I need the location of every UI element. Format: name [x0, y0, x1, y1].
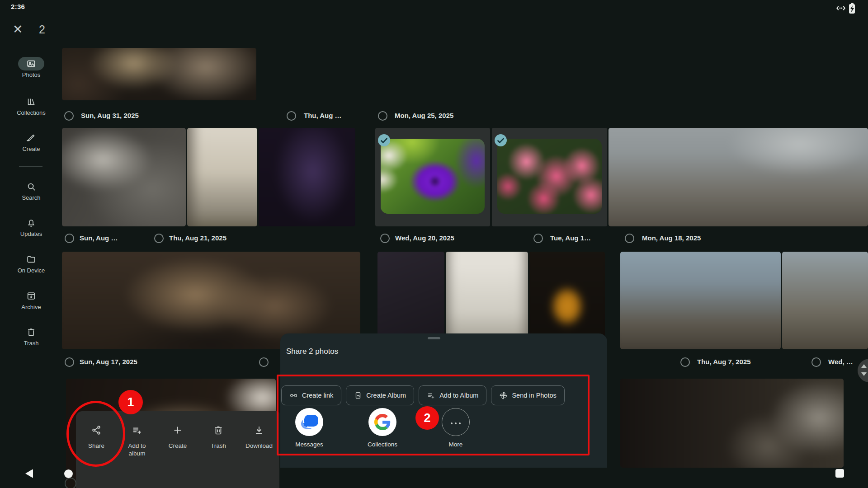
annotation-circle: [66, 401, 125, 467]
sidebar-item-label: Create: [0, 145, 62, 152]
sidebar-item-trash[interactable]: Trash: [0, 325, 62, 347]
photo-tile[interactable]: [62, 128, 186, 226]
sidebar-item-label: Archive: [0, 304, 62, 310]
photos-icon: [18, 57, 44, 70]
date-header: Sun, Aug 31, 2025: [81, 112, 139, 119]
trash-button[interactable]: Trash: [198, 411, 239, 488]
download-button[interactable]: Download: [239, 411, 279, 488]
photo-tile[interactable]: [609, 128, 868, 226]
create-button[interactable]: Create: [157, 411, 198, 488]
playlist-add-icon: [132, 425, 142, 436]
scroll-up-arrow-icon: [861, 364, 867, 368]
sidebar-item-create[interactable]: Create: [0, 131, 62, 152]
share-sheet-title: Share 2 photos: [286, 347, 338, 356]
date-select-checkbox[interactable]: [259, 357, 269, 367]
selected-photo-purple-petunia[interactable]: [375, 128, 490, 226]
date-select-checkbox[interactable]: [625, 234, 634, 243]
nav-back-button[interactable]: [25, 469, 33, 478]
selection-count: 2: [39, 23, 45, 36]
photo-tile[interactable]: [620, 379, 844, 468]
date-header: Mon, Aug 18, 2025: [642, 234, 701, 242]
download-icon: [254, 425, 264, 436]
selected-check-icon: [378, 134, 390, 146]
trash-icon: [18, 325, 44, 339]
date-select-checkbox[interactable]: [64, 111, 74, 121]
sidebar-item-archive[interactable]: Archive: [0, 289, 62, 310]
sidebar-item-label: Trash: [0, 340, 62, 347]
plus-icon: [172, 425, 183, 436]
photo-tile[interactable]: [782, 252, 868, 349]
date-header: Thu, Aug 7, 2025: [697, 358, 751, 366]
photo-tile[interactable]: [259, 128, 355, 226]
sidebar-item-label: Collections: [0, 109, 62, 116]
sidebar-item-label: Updates: [0, 230, 62, 237]
trash-icon: [213, 425, 224, 436]
nav-home-button[interactable]: [64, 469, 73, 478]
date-header: Wed, …: [828, 358, 853, 366]
date-header: Sun, Aug 17, 2025: [80, 358, 137, 366]
sidebar-divider: [19, 166, 42, 167]
sidebar-item-updates[interactable]: Updates: [0, 216, 62, 237]
scroll-down-arrow-icon: [861, 372, 867, 376]
selected-check-icon: [495, 134, 507, 146]
sheet-drag-handle[interactable]: [428, 337, 440, 339]
date-select-checkbox[interactable]: [154, 234, 164, 243]
search-icon: [18, 180, 44, 193]
archive-icon: [18, 289, 44, 303]
date-select-checkbox[interactable]: [378, 111, 387, 121]
date-header: Wed, Aug 20, 2025: [395, 234, 454, 242]
sidebar-item-on-device[interactable]: On Device: [0, 253, 62, 274]
photo-tile[interactable]: [187, 128, 257, 226]
sidebar-item-label: Photos: [0, 71, 62, 78]
sidebar-item-collections[interactable]: Collections: [0, 95, 62, 116]
date-select-checkbox[interactable]: [380, 234, 390, 243]
date-select-checkbox[interactable]: [811, 357, 821, 367]
date-header: Tue, Aug 1…: [550, 234, 591, 242]
partial-date-checkbox: [65, 478, 76, 488]
google-photos-app: 2:36 ✕ 2 Photos Collections Create Searc…: [0, 0, 868, 488]
nav-recents-button[interactable]: [835, 469, 844, 478]
date-header: Mon, Aug 25, 2025: [395, 112, 453, 119]
annotation-step-2-badge: 2: [415, 406, 439, 430]
folder-icon: [18, 253, 44, 266]
date-select-checkbox[interactable]: [533, 234, 543, 243]
selected-photo-pink-geraniums[interactable]: [492, 128, 607, 226]
usb-debugging-icon: [836, 5, 846, 12]
scrollbar-handle[interactable]: [858, 359, 868, 382]
battery-charging-icon: [849, 4, 855, 14]
bell-icon: [18, 216, 44, 230]
photo-tile[interactable]: [620, 252, 781, 349]
annotation-step-1-badge: 1: [118, 390, 143, 414]
collections-icon: [18, 95, 44, 108]
sidebar-item-label: Search: [0, 194, 62, 201]
create-brush-icon: [18, 131, 44, 145]
date-header: Thu, Aug 21, 2025: [169, 234, 226, 242]
date-select-checkbox[interactable]: [287, 111, 296, 121]
sidebar-item-label: On Device: [0, 267, 62, 274]
status-time: 2:36: [11, 3, 25, 10]
date-header: Sun, Aug …: [80, 234, 118, 242]
date-select-checkbox[interactable]: [65, 357, 74, 367]
sidebar-item-search[interactable]: Search: [0, 180, 62, 201]
sidebar-item-photos[interactable]: Photos: [0, 57, 62, 78]
date-select-checkbox[interactable]: [65, 234, 74, 243]
photo-tile[interactable]: [62, 48, 256, 100]
date-select-checkbox[interactable]: [680, 357, 690, 367]
close-selection-button[interactable]: ✕: [13, 23, 23, 36]
date-header: Thu, Aug …: [304, 112, 342, 119]
